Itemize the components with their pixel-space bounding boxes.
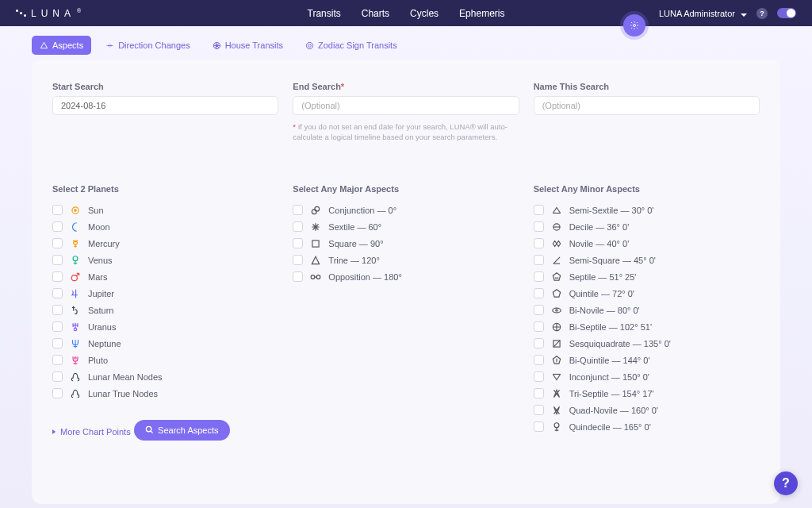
checkbox[interactable] <box>534 405 544 415</box>
planet-list: SunMoonMercuryVenusMarsJupiterSaturnUran… <box>52 205 278 399</box>
checkbox[interactable] <box>52 238 63 248</box>
checkbox[interactable] <box>52 288 63 298</box>
checkbox[interactable] <box>52 305 63 315</box>
planet-option: Lunar Mean Nodes <box>52 371 278 383</box>
aspect-label: Sesquiquadrate — 135° 0' <box>569 339 671 348</box>
search-icon <box>145 425 154 434</box>
minor-aspect-list: Semi-Sextile — 30° 0'Decile — 36° 0'Novi… <box>534 205 760 433</box>
aspect-glyph-icon <box>551 221 562 233</box>
planet-option: Mercury <box>52 238 278 249</box>
svg-point-0 <box>634 25 636 27</box>
checkbox[interactable] <box>534 205 544 215</box>
more-chart-points[interactable]: More Chart Points <box>52 427 131 437</box>
planet-option: Uranus <box>52 321 278 333</box>
help-icon[interactable]: ? <box>756 8 768 19</box>
checkbox[interactable] <box>534 255 544 265</box>
checkbox[interactable] <box>293 221 303 232</box>
gear-icon <box>630 21 639 30</box>
svg-point-5 <box>75 209 76 210</box>
planet-option: Moon <box>52 221 278 233</box>
minor-aspect-option: Quintile — 72° 0' <box>534 288 760 299</box>
tab-direction-changes[interactable]: Direction Changes <box>98 36 198 55</box>
start-search-input[interactable] <box>52 96 278 115</box>
checkbox[interactable] <box>534 305 544 315</box>
checkbox[interactable] <box>534 288 544 298</box>
planet-option: Lunar True Nodes <box>52 388 278 399</box>
major-aspect-option: Opposition — 180° <box>293 271 519 283</box>
checkbox[interactable] <box>534 271 544 282</box>
direction-icon <box>105 41 114 50</box>
checkbox[interactable] <box>52 221 63 232</box>
checkbox[interactable] <box>534 338 544 348</box>
aspect-glyph-icon <box>551 288 562 299</box>
checkbox[interactable] <box>534 321 544 332</box>
planet-glyph-icon <box>70 388 81 399</box>
minor-aspect-option: Semi-Square — 45° 0' <box>534 255 760 266</box>
search-type-tabs: Aspects Direction Changes House Transits… <box>0 26 812 55</box>
checkbox[interactable] <box>293 205 303 215</box>
svg-point-18 <box>552 308 561 313</box>
planet-option: Mars <box>52 271 278 283</box>
checkbox[interactable] <box>293 271 303 282</box>
svg-point-15 <box>311 275 315 279</box>
planet-option: Sun <box>52 205 278 216</box>
settings-fab[interactable] <box>623 14 645 37</box>
aspect-label: Bi-Novile — 80° 0' <box>569 306 640 315</box>
search-aspects-button[interactable]: Search Aspects <box>134 420 229 441</box>
svg-point-3 <box>308 44 312 47</box>
svg-point-16 <box>316 275 320 279</box>
checkbox[interactable] <box>534 388 544 398</box>
checkbox[interactable] <box>52 255 63 265</box>
checkbox[interactable] <box>534 421 544 432</box>
planet-option: Jupiter <box>52 288 278 299</box>
minor-aspect-option: Tri-Septile — 154° 17' <box>534 388 760 399</box>
nav-charts[interactable]: Charts <box>362 8 389 19</box>
tab-house-transits[interactable]: House Transits <box>205 36 291 55</box>
help-fab[interactable]: ? <box>774 471 798 495</box>
checkbox[interactable] <box>52 371 63 382</box>
aspect-glyph-icon <box>551 271 562 283</box>
planet-glyph-icon <box>70 371 81 383</box>
nav-ephemeris[interactable]: Ephemeris <box>459 8 504 19</box>
checkbox[interactable] <box>52 355 63 365</box>
svg-point-11 <box>146 426 151 431</box>
checkbox[interactable] <box>52 338 63 348</box>
aspect-label: Inconjunct — 150° 0' <box>569 372 649 382</box>
aspect-glyph-icon <box>551 305 562 316</box>
planet-glyph-icon <box>70 338 81 349</box>
end-help-text: * If you do not set an end date for your… <box>293 121 519 143</box>
checkbox[interactable] <box>52 271 63 282</box>
minor-title: Select Any Minor Aspects <box>534 184 760 194</box>
planet-glyph-icon <box>70 255 81 266</box>
planet-glyph-icon <box>70 205 81 216</box>
tab-aspects[interactable]: Aspects <box>32 36 91 55</box>
checkbox[interactable] <box>534 355 544 365</box>
checkbox[interactable] <box>534 371 544 382</box>
aspect-label: Square — 90° <box>328 239 383 248</box>
nav-cycles[interactable]: Cycles <box>410 8 439 19</box>
tab-zodiac-transits[interactable]: Zodiac Sign Transits <box>297 36 405 55</box>
planet-name: Moon <box>88 222 110 232</box>
aspect-glyph-icon <box>310 271 321 283</box>
user-menu[interactable]: LUNA Administrator <box>659 9 747 18</box>
aspect-glyph-icon <box>551 255 562 266</box>
major-aspect-option: Sextile — 60° <box>293 221 519 233</box>
checkbox[interactable] <box>52 205 63 215</box>
checkbox[interactable] <box>52 388 63 398</box>
end-search-input[interactable] <box>293 96 519 115</box>
checkbox[interactable] <box>293 255 303 265</box>
planet-glyph-icon <box>70 355 81 366</box>
name-search-input[interactable] <box>534 96 760 115</box>
search-button-label: Search Aspects <box>158 425 218 435</box>
planet-option: Neptune <box>52 338 278 349</box>
checkbox[interactable] <box>293 238 303 248</box>
theme-toggle[interactable] <box>777 8 796 18</box>
checkbox[interactable] <box>52 321 63 332</box>
nav-transits[interactable]: Transits <box>308 8 341 19</box>
checkbox[interactable] <box>534 238 544 248</box>
planet-name: Uranus <box>88 322 116 332</box>
end-search-label: End Search* <box>293 82 519 91</box>
planet-name: Sun <box>88 206 104 215</box>
checkbox[interactable] <box>534 221 544 232</box>
aspect-label: Quad-Novile — 160° 0' <box>569 406 658 415</box>
